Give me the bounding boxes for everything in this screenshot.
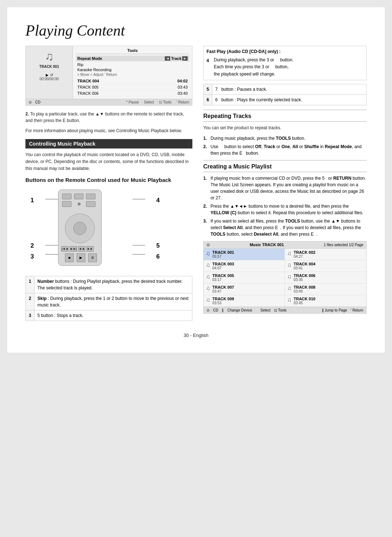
remote-top-buttons (62, 194, 96, 207)
ml-track-010-name: TRACK 010 (294, 297, 315, 301)
repeat-mode-label: Repeat Mode (77, 56, 165, 61)
repeating-title: Repeating Tracks (203, 113, 367, 119)
step2-text: 2. To play a particular track, use the ▲… (25, 111, 192, 124)
ml-track-007-name: TRACK 007 (212, 285, 234, 289)
ml-footer: ⊙ CD ‖ Change Device Select ⊡ Tools ‖ Ju… (204, 307, 366, 313)
remote-btn-3[interactable] (86, 194, 95, 199)
ml-item-track002[interactable]: ♫ TRACK 002 04:27 (285, 249, 366, 260)
ml-item-track008[interactable]: ♫ TRACK 008 03:49 (285, 284, 366, 295)
pause-btn[interactable]: ⏸ (88, 253, 97, 262)
fast-play-text: During playback, press the 3 or button. … (214, 57, 363, 78)
player-bottom: ⊙ CD * Pause Select ⊡ Tools ' Return (26, 99, 192, 105)
player-left: ♫ TRACK 001 ▶ ↺ 00:00/00:00 (26, 46, 73, 99)
remote-btn-1[interactable] (62, 194, 72, 199)
ml-track-005-time: 03:17 (212, 278, 234, 282)
fast-play-table: 4 During playback, press the 3 or button… (207, 57, 363, 78)
line-3 (45, 254, 58, 255)
desc-row-3: 3 5 button : Stops a track. (26, 310, 192, 321)
remote-label-6: 6 (156, 253, 160, 260)
ml-item-track007[interactable]: ♫ TRACK 007 03:47 (204, 284, 285, 295)
desc-text-5: 7 button : Pauses a track. (212, 84, 367, 94)
ffw-btn[interactable]: ►► (86, 246, 94, 252)
ml-track-009-time: 03:53 (212, 301, 234, 305)
ml-jump-label[interactable]: ‖ Jump to Page (322, 308, 347, 312)
desc-text-2: Skip : During playback, press the 1 or 2… (34, 293, 192, 310)
desc-text-6: 6 button : Plays the currently selected … (212, 94, 367, 105)
music-list-ui: ⊙ Music TRACK 001 1 files selected 1/2 P… (203, 241, 367, 314)
prev-arrow-btn[interactable]: ◄ (165, 56, 170, 61)
remote-nav-ring[interactable] (65, 213, 95, 243)
music-icon-007: ♫ (206, 285, 210, 292)
desc-num-3: 3 (26, 310, 34, 321)
step2-num: 2. (25, 111, 29, 117)
line-5 (132, 245, 145, 245)
controlling-body: You can control the playback of music co… (25, 151, 192, 172)
remote-nav-center[interactable] (73, 222, 86, 235)
creating-step-3: 3. If you want to select all files, pres… (203, 218, 367, 237)
ml-item-track004[interactable]: ♫ TRACK 004 03:41 (285, 260, 366, 272)
line-4 (132, 199, 145, 199)
remote-btn-2[interactable] (74, 194, 83, 199)
buttons-heading: Buttons on the Remote Control used for M… (25, 177, 192, 183)
cd-text: CD (35, 100, 40, 104)
ml-item-track010[interactable]: ♫ TRACK 010 03:45 (285, 295, 366, 307)
ml-track-010-time: 03:45 (294, 301, 315, 305)
return-label: ' Return (176, 100, 189, 104)
ml-item-track006[interactable]: ♫ TRACK 006 03:35 (285, 272, 366, 284)
ml-track-001-time: 05:57 (212, 255, 234, 259)
desc-num-2: 2 (26, 293, 34, 310)
desc-num-1: 1 (26, 276, 34, 293)
desc-row-2: 2 Skip : During playback, press the 1 or… (26, 293, 192, 310)
track-btn-label: Track (171, 56, 181, 61)
music-note-icon: ♫ (45, 50, 54, 63)
skip-prev-btn[interactable]: |◄◄ (61, 246, 69, 252)
repeat-icon: ↺ (50, 73, 53, 77)
track-006-time: 03:40 (177, 91, 188, 95)
ml-item-track003[interactable]: ♫ TRACK 003 04:07 (204, 260, 285, 272)
ml-change-device-btn[interactable]: Change Device (227, 308, 252, 312)
skip-next-btn[interactable]: ►►| (70, 246, 77, 252)
remote-label-4: 4 (156, 197, 160, 204)
ml-item-track001[interactable]: ♫ TRACK 001 05:57 (204, 249, 285, 260)
karaoke-label: Karaoke Recording (76, 67, 189, 72)
ml-track-008-time: 03:49 (294, 289, 315, 293)
next-arrow-btn[interactable]: ► (182, 56, 188, 61)
rows-5-6-table: 5 7 button : Pauses a track. 6 6 button … (203, 84, 367, 105)
tools-header: Tools (76, 48, 189, 54)
tools-label: ⊡ Tools (159, 100, 171, 104)
ml-item-track009[interactable]: ♫ TRACK 009 03:53 (204, 295, 285, 307)
desc-row-5: 5 7 button : Pauses a track. (204, 84, 367, 94)
page: Playing Content ♫ TRACK 001 ▶ ↺ 00:00/00… (7, 7, 385, 353)
remote-label-1: 1 (30, 197, 34, 204)
play-icon: ▶ (46, 73, 49, 77)
move-adjust-row: > Move < Adjust ' Return (76, 72, 189, 77)
play-btn[interactable]: ▶ (77, 253, 85, 262)
ml-item-track005[interactable]: ♫ TRACK 005 03:17 (204, 272, 285, 284)
ml-track-002-name: TRACK 002 (294, 250, 315, 255)
time-display: 00:00/00:00 (40, 77, 59, 81)
track-004-time: 04:02 (177, 79, 188, 83)
desc-num-5: 5 (204, 84, 212, 94)
desc-text-3: 5 button : Stops a track. (34, 310, 192, 321)
creating-step-2: 2. Press the ▲▼◄► buttons to move to a d… (203, 203, 367, 216)
ml-header-title: Music TRACK 001 (250, 243, 284, 247)
stop-btn[interactable]: ■ (65, 253, 74, 262)
remote-btn-4[interactable] (62, 201, 72, 207)
ml-grid: ♫ TRACK 001 05:57 ♫ TRACK 002 04:27 (204, 249, 366, 307)
music-icon-009: ♫ (206, 297, 210, 303)
ml-track-006-time: 03:35 (294, 278, 315, 282)
rew-btn[interactable]: ◄◄ (78, 246, 85, 252)
track-004-name: TRACK 004 (77, 79, 99, 83)
ml-header: ⊙ Music TRACK 001 1 files selected 1/2 P… (204, 241, 366, 249)
line-2 (45, 245, 58, 245)
ml-track-005-name: TRACK 005 (212, 273, 234, 278)
remote-dot (78, 203, 81, 206)
right-column: Fast Play (Audio CD [CD-DA] only) : 4 Du… (203, 46, 367, 325)
remote-btn-5[interactable] (86, 201, 95, 207)
remote-label-3: 3 (30, 253, 34, 260)
music-icon-005: ♫ (206, 273, 210, 280)
desc-num-6: 6 (204, 94, 212, 105)
line-6 (132, 254, 145, 255)
ml-return-label[interactable]: ' Return (351, 308, 363, 312)
page-number: 30 - English (25, 333, 367, 338)
